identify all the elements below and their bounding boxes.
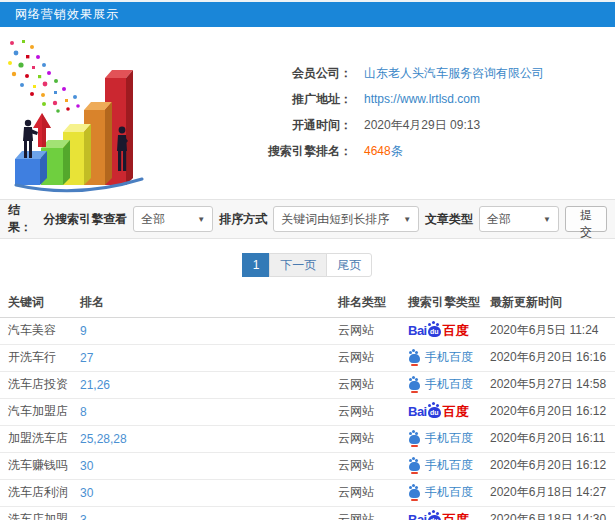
sort-filter-select[interactable]: 关键词由短到长排序 ▼ [273, 206, 419, 232]
page: 网络营销效果展示 [0, 0, 615, 520]
mobile-baidu-paw-icon [409, 462, 420, 471]
update-time-cell: 2020年6月20日 16:11 [488, 425, 615, 452]
result-label: 结果： [8, 202, 43, 236]
baidu-bai-text: Bai [408, 323, 427, 338]
table-header-row: 关键词 排名 排名类型 搜索引擎类型 最新更新时间 [0, 289, 615, 317]
mobile-baidu-paw-icon [409, 354, 420, 363]
submit-button[interactable]: 提交 [565, 206, 607, 232]
promo-url-label: 推广地址： [152, 91, 352, 108]
rank-type-cell: 云网站 [336, 317, 406, 344]
engine-cell: 手机百度 [406, 344, 488, 371]
baidu-paw-icon: du [428, 326, 441, 337]
update-time-cell: 2020年6月20日 16:12 [488, 452, 615, 479]
mobile-baidu-logo: 手机百度 [408, 349, 473, 366]
keyword-cell: 洗车店利润 [0, 479, 78, 506]
baidu-cn-text: 百度 [443, 403, 469, 421]
table-row: 洗车店利润 30 云网站 手机百度 2020年6月18日 14:27 [0, 479, 615, 506]
engine-cell: Baidu百度 [406, 506, 488, 520]
mobile-baidu-label: 手机百度 [425, 457, 473, 474]
mobile-baidu-paw-icon [409, 381, 420, 390]
article-type-label: 文章类型 [425, 211, 473, 228]
page-1-button[interactable]: 1 [242, 253, 271, 277]
col-rank-type: 排名类型 [336, 289, 406, 317]
mobile-baidu-label: 手机百度 [425, 349, 473, 366]
mobile-baidu-label: 手机百度 [425, 430, 473, 447]
next-page-button[interactable]: 下一页 [269, 253, 327, 277]
rank-type-cell: 云网站 [336, 371, 406, 398]
table-row: 洗车店加盟 3 云网站 Baidu百度 2020年6月18日 14:30 [0, 506, 615, 520]
table-row: 加盟洗车店 25,28,28 云网站 手机百度 2020年6月20日 16:11 [0, 425, 615, 452]
info-row-url: 推广地址： https://www.lrtlsd.com [152, 86, 615, 112]
marketing-bar-chart-clipart [2, 35, 152, 195]
rank-link[interactable]: 9 [80, 324, 87, 338]
update-time-cell: 2020年5月27日 14:58 [488, 371, 615, 398]
rank-cell: 8 [78, 398, 336, 425]
update-time-cell: 2020年6月20日 16:16 [488, 344, 615, 371]
article-type-value: 全部 [487, 211, 529, 228]
engine-cell: Baidu百度 [406, 317, 488, 344]
rank-link[interactable]: 3 [80, 513, 87, 520]
table-row: 洗车店投资 21,26 云网站 手机百度 2020年5月27日 14:58 [0, 371, 615, 398]
sort-filter-label: 排序方式 [219, 211, 267, 228]
page-header: 网络营销效果展示 [0, 2, 615, 27]
mobile-baidu-paw-icon [409, 435, 420, 444]
filter-bar: 结果： 分搜索引擎查看 全部 ▼ 排序方式 关键词由短到长排序 ▼ 文章类型 全… [0, 199, 615, 239]
keyword-cell: 洗车店加盟 [0, 506, 78, 520]
table-row: 汽车加盟店 8 云网站 Baidu百度 2020年6月20日 16:12 [0, 398, 615, 425]
baidu-bai-text: Bai [408, 512, 427, 520]
keyword-cell: 汽车加盟店 [0, 398, 78, 425]
filter-controls: 分搜索引擎查看 全部 ▼ 排序方式 关键词由短到长排序 ▼ 文章类型 全部 ▼ … [43, 206, 607, 232]
col-keyword: 关键词 [0, 289, 78, 317]
rank-cell: 25,28,28 [78, 425, 336, 452]
baidu-logo: Baidu百度 [408, 511, 469, 520]
mobile-baidu-logo: 手机百度 [408, 376, 473, 393]
baidu-logo: Baidu百度 [408, 322, 469, 340]
promo-url-link[interactable]: https://www.lrtlsd.com [364, 92, 480, 106]
article-type-select[interactable]: 全部 ▼ [479, 206, 559, 232]
open-time-label: 开通时间： [152, 117, 352, 134]
rank-link[interactable]: 30 [80, 486, 93, 500]
baidu-bai-text: Bai [408, 404, 427, 419]
open-time-value: 2020年4月29日 09:13 [364, 117, 480, 134]
rank-cell: 27 [78, 344, 336, 371]
engine-rank-label: 搜索引擎排名： [152, 143, 352, 160]
keyword-rank-table: 关键词 排名 排名类型 搜索引擎类型 最新更新时间 汽车美容 9 云网站 Bai… [0, 289, 615, 520]
engine-cell: 手机百度 [406, 425, 488, 452]
info-row-rank-count: 搜索引擎排名： 4648 条 [152, 138, 615, 164]
rank-type-cell: 云网站 [336, 506, 406, 520]
col-rank: 排名 [78, 289, 336, 317]
table-row: 开洗车行 27 云网站 手机百度 2020年6月20日 16:16 [0, 344, 615, 371]
keyword-cell: 汽车美容 [0, 317, 78, 344]
company-link[interactable]: 山东老人头汽车服务咨询有限公司 [364, 65, 544, 82]
mobile-baidu-logo: 手机百度 [408, 484, 473, 501]
baidu-du-text: du [428, 409, 441, 417]
baidu-paw-icon: du [428, 407, 441, 418]
keyword-cell: 洗车店投资 [0, 371, 78, 398]
update-time-cell: 2020年6月20日 16:12 [488, 398, 615, 425]
rank-count-value: 4648 [364, 144, 391, 158]
mobile-baidu-label: 手机百度 [425, 484, 473, 501]
engine-filter-label: 分搜索引擎查看 [43, 211, 127, 228]
table-row: 汽车美容 9 云网站 Baidu百度 2020年6月5日 11:24 [0, 317, 615, 344]
rank-link[interactable]: 30 [80, 459, 93, 473]
last-page-button[interactable]: 尾页 [326, 253, 372, 277]
chevron-down-icon: ▼ [197, 215, 205, 224]
confetti-dots [8, 40, 88, 115]
mobile-baidu-logo: 手机百度 [408, 430, 473, 447]
rank-link[interactable]: 27 [80, 351, 93, 365]
rank-link[interactable]: 25,28,28 [80, 432, 127, 446]
rank-link[interactable]: 21,26 [80, 378, 110, 392]
engine-cell: 手机百度 [406, 452, 488, 479]
rank-type-cell: 云网站 [336, 479, 406, 506]
baidu-cn-text: 百度 [443, 322, 469, 340]
rank-type-cell: 云网站 [336, 344, 406, 371]
member-info-list: 会员公司： 山东老人头汽车服务咨询有限公司 推广地址： https://www.… [152, 27, 615, 199]
engine-filter-select[interactable]: 全部 ▼ [133, 206, 213, 232]
info-row-company: 会员公司： 山东老人头汽车服务咨询有限公司 [152, 60, 615, 86]
rank-link[interactable]: 8 [80, 405, 87, 419]
col-update-time: 最新更新时间 [488, 289, 615, 317]
engine-cell: Baidu百度 [406, 398, 488, 425]
rank-type-cell: 云网站 [336, 425, 406, 452]
bar-chart-growth-image [2, 35, 152, 195]
pagination: 1 下一页 尾页 [0, 239, 615, 289]
